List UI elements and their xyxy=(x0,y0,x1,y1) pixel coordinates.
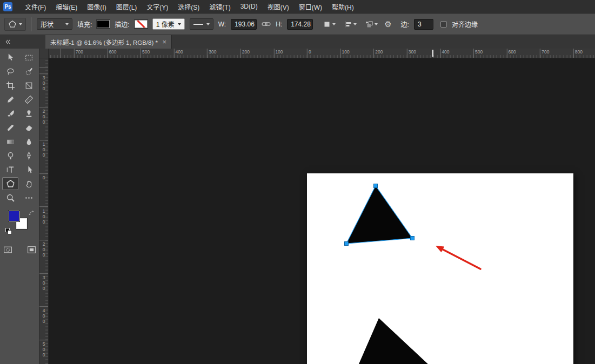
sides-input[interactable]: 3 xyxy=(414,19,433,30)
rectangular-marquee-tool[interactable] xyxy=(21,51,37,64)
height-input[interactable]: 174.28 xyxy=(287,19,313,30)
quick-selection-tool[interactable] xyxy=(21,65,37,78)
zoom-tool[interactable] xyxy=(2,191,18,204)
path-operations-button[interactable] xyxy=(321,19,337,30)
menu-file[interactable]: 文件(F) xyxy=(20,0,51,13)
screen-mode-button[interactable] xyxy=(24,243,39,256)
ruler-tool[interactable] xyxy=(21,93,37,106)
gear-icon[interactable]: ⚙ xyxy=(384,20,391,28)
v-ruler-label: 0 xyxy=(41,175,46,180)
blur-tool[interactable] xyxy=(21,135,37,148)
ruler-cursor-marker xyxy=(432,50,433,57)
h-ruler-label: 400 xyxy=(442,49,449,55)
selection-handle[interactable] xyxy=(411,237,415,240)
v-ruler-label: 400 xyxy=(41,308,46,324)
v-ruler-label: 200 xyxy=(41,241,46,258)
v-ruler-label: 500 xyxy=(41,341,46,358)
tool-panel xyxy=(0,49,39,364)
menu-type[interactable]: 文字(Y) xyxy=(142,0,173,13)
fill-color-swatch[interactable] xyxy=(97,20,110,28)
menu-image[interactable]: 图像(I) xyxy=(82,0,111,13)
tool-preset-button[interactable] xyxy=(4,18,26,31)
menu-layer[interactable]: 图层(L) xyxy=(111,0,142,13)
stroke-style-preview xyxy=(193,24,203,25)
options-bar: 形状 填充: 描边: 1 像素 W: 193.06 H: 174.28 xyxy=(0,14,595,35)
menu-window[interactable]: 窗口(W) xyxy=(294,0,327,13)
document-canvas[interactable] xyxy=(307,173,573,364)
edit-toolbar-button[interactable] xyxy=(21,191,37,204)
menu-edit[interactable]: 编辑(E) xyxy=(51,0,82,13)
eraser-tool[interactable] xyxy=(21,121,37,134)
spot-healing-brush-tool[interactable] xyxy=(2,121,18,134)
menu-filter[interactable]: 滤镜(T) xyxy=(204,0,235,13)
vertical-ruler[interactable]: 3002001000100200300400500 xyxy=(39,58,49,364)
h-ruler-label: 800 xyxy=(575,49,583,55)
clone-stamp-tool[interactable] xyxy=(21,107,37,120)
swap-colors-icon[interactable] xyxy=(29,209,35,219)
horizontal-ruler[interactable]: 7006005004003002001000100200300400500600… xyxy=(49,49,595,58)
canvas-viewport[interactable] xyxy=(49,58,595,364)
h-ruler-label: 400 xyxy=(176,49,183,55)
chevron-down-icon xyxy=(178,23,181,25)
stroke-width-select[interactable]: 1 像素 xyxy=(152,18,185,30)
polygon-tool[interactable] xyxy=(2,177,18,190)
foreground-color-swatch[interactable] xyxy=(9,211,19,221)
dodge-tool[interactable] xyxy=(2,149,18,162)
menu-view[interactable]: 视图(V) xyxy=(263,0,294,13)
stroke-width-value: 1 像素 xyxy=(156,19,175,29)
h-ruler-label: 300 xyxy=(209,49,216,55)
menu-3d[interactable]: 3D(D) xyxy=(236,0,263,13)
partial-triangle-shape[interactable] xyxy=(351,318,446,364)
menu-bar: Ps 文件(F) 编辑(E) 图像(I) 图层(L) 文字(Y) 选择(S) 滤… xyxy=(0,0,595,14)
collapse-panels-icon[interactable] xyxy=(0,35,15,49)
path-selection-tool[interactable] xyxy=(21,163,37,176)
crop-tool[interactable] xyxy=(2,79,18,92)
photoshop-logo[interactable]: Ps xyxy=(3,2,12,11)
brush-tool[interactable] xyxy=(2,107,18,120)
chevron-down-icon xyxy=(375,23,378,25)
tool-mode-select[interactable]: 形状 xyxy=(37,18,72,30)
move-tool[interactable] xyxy=(2,51,18,64)
document-tab[interactable]: 未标题-1 @ 61.6% (多边形 1, RGB/8) * × xyxy=(45,35,172,49)
height-value: 174.28 xyxy=(291,21,311,28)
selection-handle[interactable] xyxy=(374,184,378,188)
menu-help[interactable]: 帮助(H) xyxy=(327,0,359,13)
path-alignment-icon xyxy=(344,20,352,29)
stroke-color-swatch[interactable] xyxy=(135,20,148,28)
sides-value: 3 xyxy=(418,21,422,28)
stroke-label: 描边: xyxy=(115,19,129,29)
ruler-corner xyxy=(39,49,49,58)
link-dimensions-icon[interactable] xyxy=(262,19,271,29)
h-ruler-label: 600 xyxy=(509,49,516,55)
hand-tool[interactable] xyxy=(21,177,37,190)
stroke-type-select[interactable] xyxy=(190,18,213,30)
type-tool[interactable] xyxy=(2,163,18,176)
fill-label: 填充: xyxy=(77,19,92,29)
v-ruler-label: 300 xyxy=(41,75,46,91)
default-colors-icon[interactable] xyxy=(5,228,12,234)
tool-mode-value: 形状 xyxy=(41,19,54,29)
h-ruler-label: 200 xyxy=(242,49,250,55)
width-input[interactable]: 193.06 xyxy=(231,19,257,30)
tab-close-icon[interactable]: × xyxy=(162,38,166,46)
h-ruler-label: 100 xyxy=(342,49,350,55)
path-arrange-button[interactable] xyxy=(363,19,379,30)
quick-mask-button[interactable] xyxy=(0,243,15,256)
chevron-down-icon xyxy=(19,23,22,25)
eyedropper-tool[interactable] xyxy=(2,93,18,106)
selected-triangle-shape[interactable] xyxy=(346,186,412,244)
v-ruler-label: 300 xyxy=(41,275,46,291)
divider xyxy=(31,17,32,31)
slice-tool[interactable] xyxy=(21,79,37,92)
lasso-tool[interactable] xyxy=(2,65,18,78)
gradient-tool[interactable] xyxy=(2,135,18,148)
canvas-shapes xyxy=(307,173,573,364)
width-value: 193.06 xyxy=(235,21,255,28)
h-ruler-label: 200 xyxy=(375,49,383,55)
align-edges-checkbox[interactable] xyxy=(440,21,447,28)
path-alignment-button[interactable] xyxy=(342,19,358,30)
selection-handle[interactable] xyxy=(345,242,349,246)
menu-select[interactable]: 选择(S) xyxy=(173,0,204,13)
pen-tool[interactable] xyxy=(21,149,37,162)
document-tab-title: 未标题-1 @ 61.6% (多边形 1, RGB/8) * xyxy=(50,38,158,46)
